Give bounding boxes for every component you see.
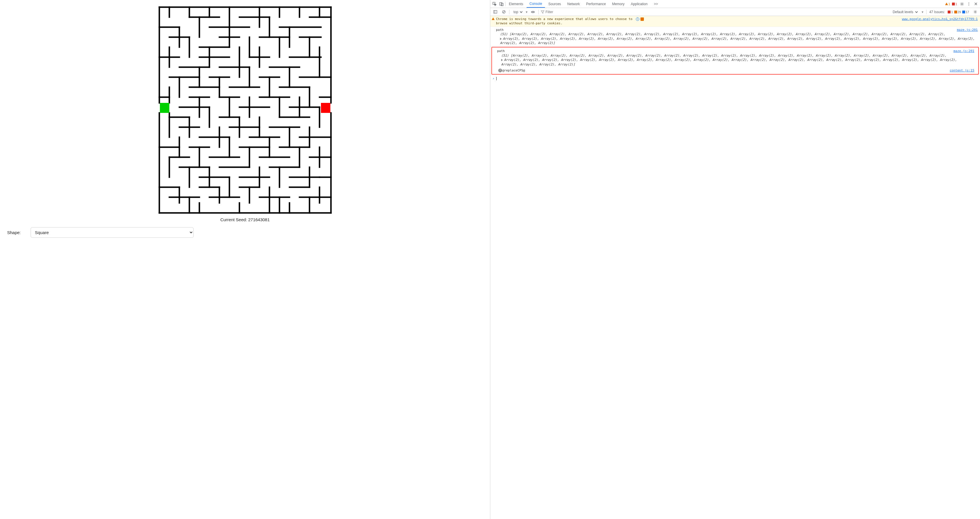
filter-box (541, 10, 568, 14)
maze-end-marker (321, 103, 330, 113)
tab-application[interactable]: Application (628, 0, 651, 8)
clear-console-icon[interactable] (501, 9, 507, 15)
prompt-chevron-icon: › (493, 76, 495, 81)
inspect-element-icon[interactable] (492, 1, 498, 7)
warning-trailing-icons: i (636, 17, 644, 21)
svg-point-154 (975, 11, 976, 12)
separator (505, 2, 506, 6)
maze-start-marker (160, 103, 169, 113)
error-source-link[interactable]: content.js:15 (950, 68, 974, 73)
log-source-link[interactable]: maze.js:201 (957, 28, 978, 32)
repeat-count-badge: 2 (498, 68, 502, 72)
log-label: path (497, 49, 505, 53)
devtools-tabbar: Elements Console Sources Network Perform… (490, 0, 980, 8)
devtools-panel: Elements Console Sources Network Perform… (490, 0, 980, 519)
console-output: Chrome is moving towards a new experienc… (490, 16, 980, 519)
tab-performance[interactable]: Performance (583, 0, 609, 8)
shape-label: Shape: (7, 230, 27, 235)
svg-point-143 (961, 3, 963, 4)
log-levels-select[interactable]: Default levels (891, 9, 919, 15)
cookie-warning-message: Chrome is moving towards a new experienc… (490, 16, 980, 27)
filter-input[interactable] (546, 10, 568, 14)
maze-canvas (158, 6, 332, 214)
log-body-line2[interactable]: Array(2), Array(2), Array(2), Array(2), … (496, 37, 978, 46)
separator (538, 10, 539, 14)
sidebar-toggle-icon[interactable] (492, 9, 498, 15)
svg-point-144 (969, 2, 969, 3)
expand-arrow-icon[interactable] (500, 38, 502, 40)
expand-arrow-icon[interactable] (501, 59, 503, 61)
warning-source-link[interactable]: www.google-analytics…hs&_s=2&tfd=17799:1 (902, 17, 978, 21)
maze-svg (158, 6, 332, 214)
issues-badges[interactable]: 1 29 17 (948, 10, 969, 14)
log-body-line1: (51) [Array(2), Array(2), Array(2), Arra… (496, 32, 978, 36)
console-log-path-2: path maze.js:201 (51) [Array(2), Array(2… (497, 48, 977, 67)
console-log-path-1: path maze.js:201 (51) [Array(2), Array(2… (490, 27, 980, 47)
console-settings-gear-icon[interactable] (972, 9, 978, 15)
svg-rect-141 (500, 2, 502, 5)
console-prompt[interactable]: › (490, 75, 980, 82)
kebab-menu-icon[interactable] (966, 1, 972, 7)
tab-network[interactable]: Network (564, 0, 583, 8)
svg-rect-149 (493, 11, 496, 13)
settings-gear-icon[interactable] (959, 1, 965, 7)
console-error-replacecps: 2 @replaceCPS@ content.js:15 (497, 67, 977, 73)
log-body-line1: (51) [Array(2), Array(2), Array(2), Arra… (497, 54, 974, 58)
shape-select[interactable]: Square (30, 227, 194, 238)
warning-count-badge[interactable]: 1 (945, 2, 950, 6)
log-source-link[interactable]: maze.js:201 (953, 49, 974, 53)
close-devtools-icon[interactable] (972, 1, 979, 7)
log-body-line2[interactable]: Array(2), Array(2), Array(2), Array(2), … (497, 58, 974, 67)
svg-point-153 (532, 11, 533, 13)
separator (509, 10, 509, 14)
warning-text-prefix: Chrome is moving towards a new experienc… (496, 17, 634, 21)
issue-chip-icon[interactable] (640, 17, 644, 21)
warning-text-suffix: browse without third-party cookies. (496, 21, 562, 25)
tab-memory[interactable]: Memory (609, 0, 627, 8)
info-icon[interactable]: i (636, 17, 639, 21)
shape-control-row: Shape: Square (6, 227, 484, 238)
svg-point-146 (969, 5, 969, 5)
live-expression-icon[interactable] (530, 9, 536, 15)
context-select[interactable]: top (512, 9, 523, 15)
log-label: path (496, 28, 504, 32)
maze-page: Current Seed: 271643081 Shape: Square (0, 0, 490, 519)
filter-icon (541, 10, 544, 14)
svg-line-152 (503, 11, 505, 13)
highlighted-console-region: path maze.js:201 (51) [Array(2), Array(2… (492, 47, 979, 75)
issues-label[interactable]: 47 Issues: (929, 10, 945, 14)
tab-console[interactable]: Console (527, 0, 545, 8)
seed-label: Current Seed: 271643081 (220, 217, 270, 222)
console-toolbar: top ▾ Default levels ▾ 47 Issues: 1 29 1… (490, 8, 980, 16)
tab-elements[interactable]: Elements (506, 0, 526, 8)
device-toolbar-icon[interactable] (498, 1, 504, 7)
tab-more[interactable]: >> (651, 0, 661, 8)
svg-point-145 (969, 3, 969, 4)
tabbar-status-badges: 1 1 (945, 2, 958, 6)
error-count-badge[interactable]: 1 (952, 2, 957, 6)
tab-sources[interactable]: Sources (546, 0, 564, 8)
